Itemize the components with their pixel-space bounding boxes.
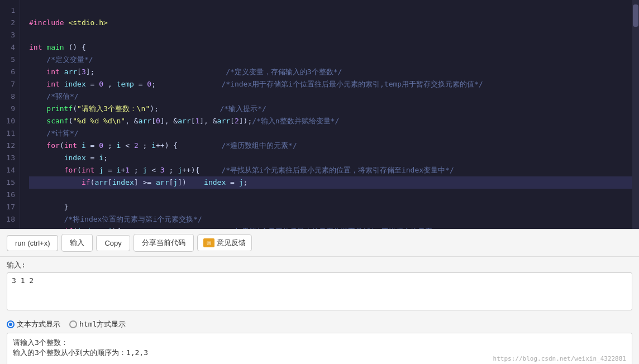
line-numbers: 1 2 3 4 5 6 7 8 9 10 11 12 13 14 15 16 1… [0, 0, 20, 229]
input-button[interactable]: 输入 [61, 234, 93, 252]
code-editor: 1 2 3 4 5 6 7 8 9 10 11 12 13 14 15 16 1… [0, 0, 639, 229]
input-textarea[interactable]: 3 1 2 [7, 272, 632, 310]
feedback-button[interactable]: ✉ 意见反馈 [197, 234, 252, 251]
scrollbar-thumb[interactable] [633, 4, 638, 27]
display-mode-group: 文本方式显示 html方式显示 [7, 319, 632, 329]
radio-text-label: 文本方式显示 [17, 319, 60, 329]
radio-html-dot [69, 320, 77, 328]
radio-text-mode[interactable]: 文本方式显示 [7, 319, 60, 329]
run-button[interactable]: run (ctrl+x) [7, 235, 58, 251]
copy-button[interactable]: Copy [96, 235, 130, 251]
share-button[interactable]: 分享当前代码 [133, 234, 194, 252]
input-section: 输入: 3 1 2 [0, 257, 639, 316]
radio-html-label: html方式显示 [79, 319, 126, 329]
radio-text-dot [7, 320, 15, 328]
feedback-label: 意见反馈 [217, 238, 246, 248]
output-box: 请输入3个整数：输入的3个整数从小到大的顺序为：1,2,3 https://bl… [7, 333, 632, 364]
input-label: 输入: [7, 260, 632, 270]
code-content[interactable]: #include <stdio.h> int main () { /*定义变量*… [20, 0, 632, 229]
feedback-icon: ✉ [203, 238, 214, 247]
output-watermark: https://blog.csdn.net/weixin_4322881 [493, 355, 626, 362]
scrollbar[interactable] [632, 0, 639, 229]
radio-html-mode[interactable]: html方式显示 [69, 319, 126, 329]
toolbar: run (ctrl+x) 输入 Copy 分享当前代码 ✉ 意见反馈 [0, 229, 639, 257]
output-section: 文本方式显示 html方式显示 请输入3个整数：输入的3个整数从小到大的顺序为：… [0, 316, 639, 364]
